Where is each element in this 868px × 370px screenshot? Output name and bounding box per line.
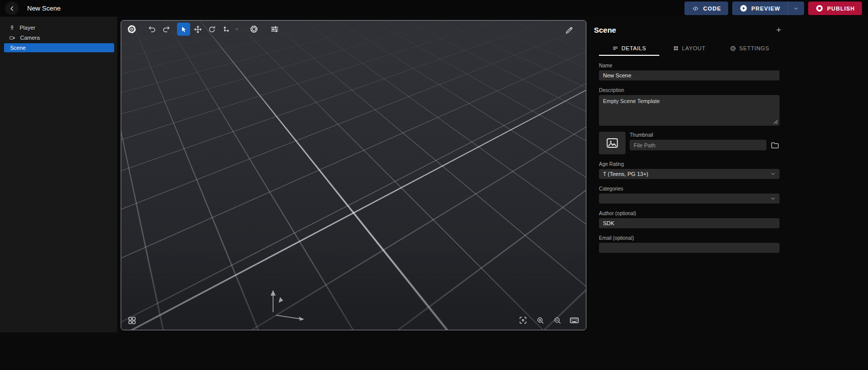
folder-icon xyxy=(770,141,779,150)
panel-tabs: DETAILS LAYOUT SETTINGS xyxy=(599,42,779,56)
panel-header: Scene xyxy=(594,17,784,37)
sidebar-item-camera[interactable]: Camera xyxy=(0,33,117,43)
tab-settings[interactable]: SETTINGS xyxy=(719,42,779,56)
browse-folder-button[interactable] xyxy=(770,141,779,150)
move-icon[interactable] xyxy=(191,23,204,36)
scene-filter-sliders-icon[interactable] xyxy=(268,23,281,36)
name-input[interactable] xyxy=(599,70,779,80)
chevron-down-icon xyxy=(793,6,799,12)
plus-icon xyxy=(775,26,783,34)
publish-button[interactable]: PUBLISH xyxy=(808,2,862,15)
select-cursor-icon[interactable] xyxy=(177,23,190,36)
redo-icon[interactable] xyxy=(159,23,172,36)
thumbnail-path-input[interactable] xyxy=(630,140,766,150)
description-textarea[interactable]: Empty Scene Template xyxy=(599,95,779,126)
code-icon xyxy=(691,5,700,12)
image-icon xyxy=(605,136,619,150)
viewport-bottom-left xyxy=(126,315,137,326)
sidebar-item-scene[interactable]: Scene xyxy=(4,43,114,52)
grid-view-icon[interactable] xyxy=(126,315,137,326)
preview-options-button[interactable] xyxy=(788,2,804,15)
chevron-down-icon xyxy=(770,171,776,177)
details-lines-icon xyxy=(612,45,619,52)
back-button[interactable] xyxy=(5,2,19,15)
layout-grid-icon xyxy=(673,45,679,51)
publish-logo-icon xyxy=(815,4,824,13)
modes-gear-icon[interactable] xyxy=(125,23,138,36)
undo-icon[interactable] xyxy=(145,23,158,36)
viewport-toolbar xyxy=(125,23,282,36)
scene-hierarchy-sidebar: Player Camera Scene xyxy=(0,17,117,332)
thumbnail-field: Thumbnail xyxy=(599,132,779,154)
properties-panel: Scene DETAILS LAYOUT xyxy=(587,17,868,370)
viewport-grid xyxy=(121,20,586,330)
edit-pencil-icon[interactable] xyxy=(563,24,576,37)
email-label: Email (optional) xyxy=(599,235,779,241)
description-label: Description xyxy=(599,87,779,93)
tab-layout[interactable]: LAYOUT xyxy=(659,42,720,56)
viewport-3d-canvas[interactable] xyxy=(121,20,586,330)
rotate-icon[interactable] xyxy=(205,23,218,36)
add-button[interactable] xyxy=(773,25,784,35)
age-rating-select[interactable]: T (Teens, PG 13+) xyxy=(599,169,779,179)
categories-label: Categories xyxy=(599,186,779,192)
settings-gear-icon xyxy=(730,45,736,52)
author-input[interactable] xyxy=(599,218,779,228)
code-button[interactable]: CODE xyxy=(684,2,728,15)
panel-title: Scene xyxy=(594,26,616,34)
keyboard-shortcuts-icon[interactable] xyxy=(569,315,580,326)
preview-split-button: PREVIEW xyxy=(732,2,804,15)
chevron-left-icon xyxy=(8,5,16,13)
email-input[interactable] xyxy=(599,243,779,253)
sidebar-item-player[interactable]: Player xyxy=(0,23,117,33)
scene-editor-app: { "header": { "title": "New Scene", "cod… xyxy=(0,0,868,370)
thumbnail-label: Thumbnail xyxy=(630,132,779,138)
name-label: Name xyxy=(599,63,779,68)
age-rating-label: Age Rating xyxy=(599,161,779,167)
header: New Scene CODE PREVIEW xyxy=(0,0,868,17)
preview-button[interactable]: PREVIEW xyxy=(732,2,788,15)
camera-icon xyxy=(9,35,16,41)
author-label: Author (optional) xyxy=(599,211,779,216)
header-actions: CODE PREVIEW PUBLISH xyxy=(684,2,863,15)
zoom-in-icon[interactable] xyxy=(535,315,546,326)
categories-select[interactable] xyxy=(599,194,779,204)
transform-gizmo-icon[interactable] xyxy=(219,23,232,36)
viewport-bottom-right xyxy=(517,315,580,326)
player-icon xyxy=(9,25,15,31)
translate-gizmo[interactable] xyxy=(258,286,313,329)
viewport-settings-gear-icon[interactable] xyxy=(247,23,261,36)
thumbnail-preview[interactable] xyxy=(599,132,626,154)
zoom-out-icon[interactable] xyxy=(552,315,563,326)
play-circle-icon xyxy=(739,4,748,13)
transform-options-chevron[interactable] xyxy=(233,23,240,36)
chevron-down-icon xyxy=(770,196,776,202)
page-title: New Scene xyxy=(27,5,60,12)
focus-icon[interactable] xyxy=(517,315,529,326)
tab-details[interactable]: DETAILS xyxy=(599,42,659,56)
